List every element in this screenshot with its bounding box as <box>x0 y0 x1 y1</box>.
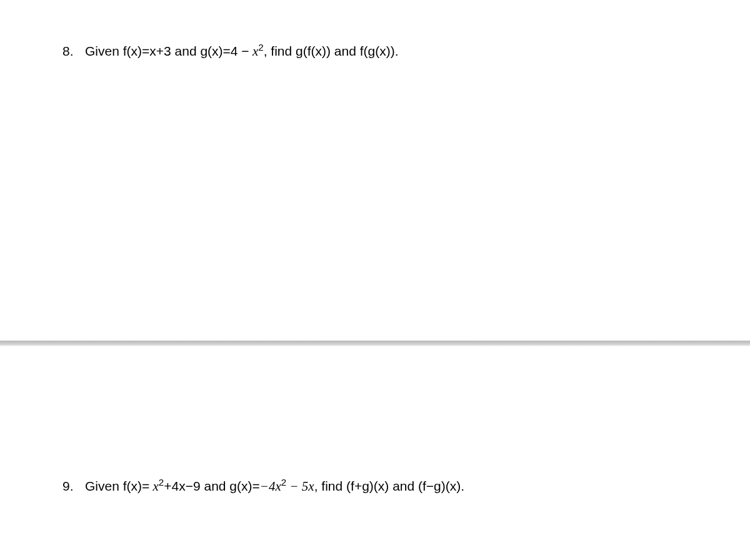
p8-math: x <box>249 44 259 59</box>
problem-9: 9. Given f(x)= x2+4x−9 and g(x)=−4x2 − 5… <box>62 476 464 497</box>
p8-suffix: , find g(f(x)) and f(g(x)). <box>264 44 399 58</box>
p9-math2-neg: −4x <box>260 479 281 494</box>
problem-text-8: Given f(x)=x+3 and g(x)=4 − x2, find g(f… <box>85 41 399 62</box>
p9-suffix: , find (f+g)(x) and (f−g)(x). <box>314 479 464 493</box>
p9-math2-exp: 2 <box>281 477 286 488</box>
problem-8: 8. Given f(x)=x+3 and g(x)=4 − x2, find … <box>62 41 688 62</box>
p9-prefix: Given f(x)= <box>85 479 149 493</box>
p8-prefix: Given f(x)=x+3 and g(x)=4 − <box>85 44 249 58</box>
problem-text-9: Given f(x)= x2+4x−9 and g(x)=−4x2 − 5x, … <box>85 476 464 497</box>
problem-number-9: 9. <box>62 476 85 496</box>
page-separator <box>0 341 750 345</box>
p8-exponent: 2 <box>258 42 263 52</box>
p9-math1-var: x <box>149 479 159 494</box>
p9-math2-rest: − 5x <box>286 479 314 494</box>
document-page: 8. Given f(x)=x+3 and g(x)=4 − x2, find … <box>0 0 750 62</box>
problem-number-8: 8. <box>62 41 85 61</box>
p9-mid1: +4x−9 and g(x)= <box>164 479 260 493</box>
p9-math1-exp: 2 <box>159 477 164 488</box>
